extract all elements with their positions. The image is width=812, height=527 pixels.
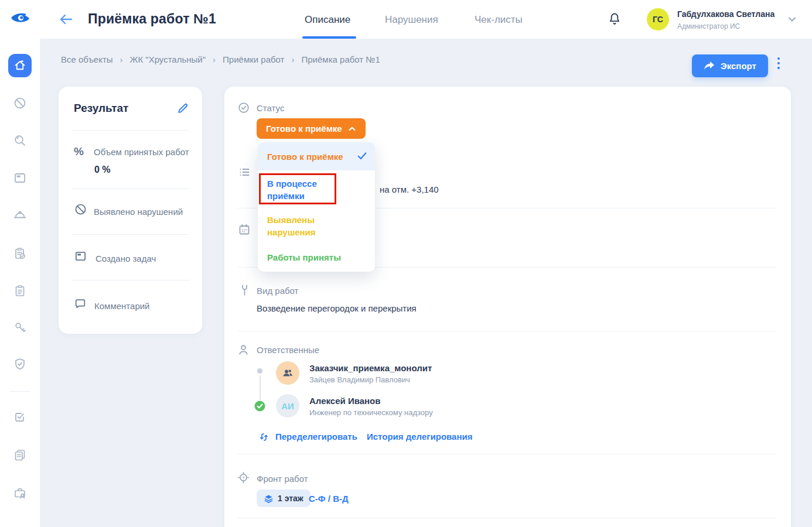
tab-violations[interactable]: Нарушения <box>385 14 438 26</box>
content-area: Все объекты › ЖК "Хрустальный" › Приёмки… <box>40 39 812 527</box>
breadcrumb: Все объекты › ЖК "Хрустальный" › Приёмки… <box>61 54 380 64</box>
status-button-label: Готово к приёмке <box>266 124 342 134</box>
status-option-accepted[interactable]: Работы приняты <box>267 251 370 264</box>
breadcrumb-separator: › <box>120 54 123 64</box>
layers-icon <box>264 494 274 504</box>
avatar-initials: АИ <box>276 394 299 418</box>
user-role: Администратор ИС <box>677 22 740 30</box>
calendar-icon <box>237 223 251 237</box>
person-subtitle: Зайцев Владимир Павлович <box>309 375 410 384</box>
status-label: Статус <box>257 103 284 113</box>
result-item-label: Выявлено нарушений <box>94 207 183 217</box>
window-icon <box>74 249 87 263</box>
work-type-label: Вид работ <box>257 286 298 296</box>
bell-icon[interactable] <box>608 12 622 27</box>
more-actions-kebab-icon[interactable] <box>777 57 780 69</box>
sidebar-item-documents-icon[interactable] <box>13 448 27 462</box>
export-button[interactable]: Экспорт <box>692 54 768 77</box>
divider <box>237 518 777 518</box>
tab-description[interactable]: Описание <box>305 14 350 26</box>
result-item-value: 0 % <box>94 165 111 175</box>
breadcrumb-item-acceptances[interactable]: Приёмки работ <box>223 54 284 64</box>
page-title: Приёмка работ №1 <box>88 11 216 27</box>
person-subtitle: Инженер по техническому надзору <box>309 408 433 417</box>
back-arrow-icon[interactable] <box>59 12 74 26</box>
user-menu-chevron-down-icon[interactable] <box>787 16 797 23</box>
selected-check-icon <box>356 150 368 162</box>
annotation-red-box <box>259 173 336 204</box>
divider <box>237 331 777 331</box>
divider <box>237 454 777 454</box>
status-option-ready[interactable]: Готово к приёмке <box>267 150 343 163</box>
result-card-title: Результат <box>74 102 128 115</box>
export-button-label: Экспорт <box>721 61 756 71</box>
sidebar-divider <box>9 391 30 392</box>
status-dropdown-button[interactable]: Готово к приёмке <box>257 118 366 139</box>
export-icon <box>704 61 715 71</box>
wrench-icon <box>238 283 251 297</box>
chevron-up-icon <box>348 126 356 132</box>
divider <box>71 280 189 280</box>
status-circle-check-icon <box>237 101 250 114</box>
sidebar-item-search-icon[interactable] <box>13 134 27 148</box>
redelegate-arrows-icon <box>258 432 269 443</box>
description-card: Статус Готово к приёмке на отм. +3,140 <box>224 87 791 527</box>
tab-checklists[interactable]: Чек-листы <box>475 14 523 26</box>
timeline-dot <box>257 368 262 374</box>
sidebar-item-checkbox-icon[interactable] <box>13 410 27 424</box>
sidebar-item-clipboard-check-icon[interactable] <box>13 247 27 261</box>
front-label: Фронт работ <box>257 474 308 484</box>
person-name: Алексей Иванов <box>309 396 380 406</box>
comment-icon <box>74 297 87 310</box>
avatar-group <box>276 361 299 385</box>
divider <box>71 189 189 189</box>
app-header: Приёмка работ №1 Описание Нарушения Чек-… <box>0 0 812 39</box>
redelegate-link[interactable]: Переделегировать <box>275 432 357 442</box>
responsible-label: Ответственные <box>257 345 319 355</box>
sidebar-item-briefcase-user-icon[interactable] <box>13 486 27 500</box>
divider <box>71 234 189 235</box>
sidebar-item-ban-icon[interactable] <box>13 96 27 110</box>
breadcrumb-item-current: Приёмка работ №1 <box>301 54 380 64</box>
sidebar-item-shield-check-icon[interactable] <box>13 357 27 371</box>
crosshair-icon <box>237 471 250 484</box>
sidebar-item-key-icon[interactable] <box>13 320 27 334</box>
result-item-label: Комментарий <box>94 301 149 311</box>
delegated-check-icon <box>254 401 265 412</box>
work-name-visible-value: на отм. +3,140 <box>380 184 439 194</box>
status-dropdown-menu: Готово к приёмке В процессе приёмки Выяв… <box>258 142 375 272</box>
timeline-line <box>260 375 261 400</box>
floor-chip[interactable]: 1 этаж <box>257 490 311 507</box>
sidebar-item-card-icon[interactable] <box>13 171 27 185</box>
person-icon <box>237 343 250 357</box>
floor-chip-label: 1 этаж <box>278 494 303 503</box>
person-name: Заказчик_приемка_монолит <box>309 363 432 373</box>
result-card: Результат % Объем принятых работ 0 % Выя… <box>59 87 202 334</box>
user-avatar[interactable]: ГС <box>647 8 669 30</box>
breadcrumb-item-all-objects[interactable]: Все объекты <box>61 54 113 64</box>
work-type-value: Возведение перегородок и перекрытия <box>257 303 417 313</box>
sidebar-item-home-icon[interactable] <box>8 54 32 77</box>
percent-icon: % <box>74 145 84 158</box>
result-item-label: Объем принятых работ <box>94 147 189 157</box>
list-icon <box>237 165 251 179</box>
sidebar-item-helmet-icon[interactable] <box>13 208 27 223</box>
breadcrumb-separator: › <box>213 54 216 64</box>
left-sidebar <box>0 39 40 527</box>
active-tab-underline <box>302 36 356 39</box>
breadcrumb-separator: › <box>291 54 294 64</box>
result-item-label: Создано задач <box>95 254 156 264</box>
breadcrumb-item-project[interactable]: ЖК "Хрустальный" <box>130 54 206 64</box>
edit-pencil-icon[interactable] <box>176 102 189 115</box>
axes-link[interactable]: С-Ф / В-Д <box>309 494 349 504</box>
sidebar-item-clipboard-lines-icon[interactable] <box>13 284 27 298</box>
app-logo-eye-icon[interactable] <box>11 12 30 26</box>
ban-icon <box>74 203 87 216</box>
divider <box>71 130 189 131</box>
status-option-violations[interactable]: Выявлены нарушения <box>267 214 329 238</box>
delegation-history-link[interactable]: История делегирования <box>367 432 472 442</box>
user-name: Габдулхакова Светлана <box>677 9 775 19</box>
